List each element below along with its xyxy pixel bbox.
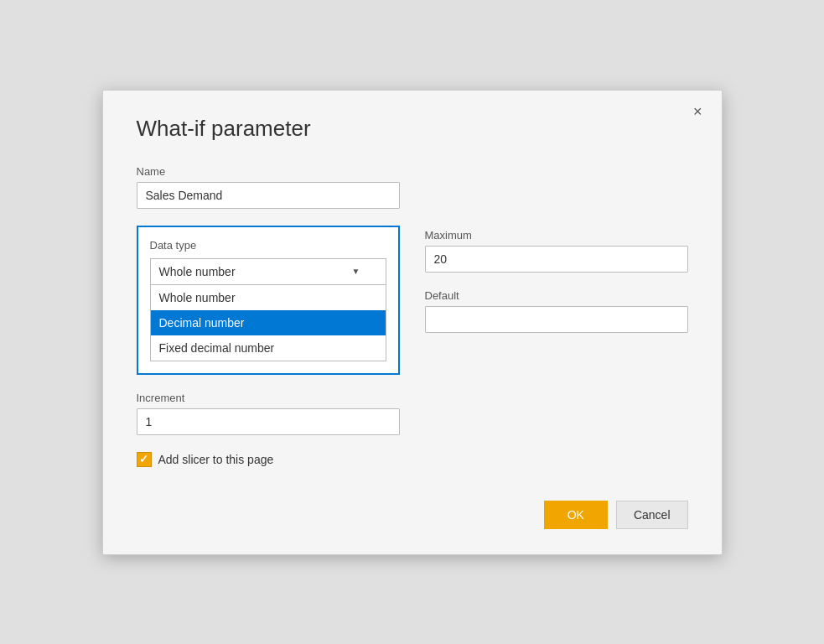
data-type-selected-value: Whole number xyxy=(159,265,236,278)
increment-label: Increment xyxy=(137,392,400,404)
add-slicer-label: Add slicer to this page xyxy=(158,453,274,466)
maximum-input[interactable] xyxy=(425,246,688,273)
add-slicer-checkbox[interactable]: ✓ xyxy=(137,452,152,467)
dialog-title: What-if parameter xyxy=(137,116,688,142)
increment-field-group: Increment xyxy=(137,392,400,435)
add-slicer-row: ✓ Add slicer to this page xyxy=(137,452,400,467)
right-spacer xyxy=(425,165,688,229)
dropdown-arrow-icon: ▼ xyxy=(352,267,360,276)
data-type-select[interactable]: Whole number ▼ xyxy=(150,258,386,285)
data-type-label: Data type xyxy=(150,239,386,252)
close-button[interactable]: × xyxy=(689,102,707,121)
option-fixed-decimal[interactable]: Fixed decimal number xyxy=(151,335,386,361)
dialog-footer: OK Cancel xyxy=(137,501,688,529)
default-label: Default xyxy=(425,289,688,302)
right-column: Maximum Default xyxy=(425,165,688,467)
option-decimal-number[interactable]: Decimal number xyxy=(151,310,386,335)
default-field-group: Default xyxy=(425,289,688,333)
left-column: Name Data type Whole number ▼ Whole numb… xyxy=(137,165,400,467)
name-field-group: Name xyxy=(137,165,400,209)
checkmark-icon: ✓ xyxy=(139,454,148,465)
data-type-dropdown: Whole number Decimal number Fixed decima… xyxy=(150,285,386,361)
dialog: × What-if parameter Name Data type Whole… xyxy=(102,90,723,555)
data-type-section: Data type Whole number ▼ Whole number De… xyxy=(137,226,400,375)
option-whole-number[interactable]: Whole number xyxy=(151,285,386,310)
default-input[interactable] xyxy=(425,306,688,333)
main-form: Name Data type Whole number ▼ Whole numb… xyxy=(137,165,688,467)
data-type-select-wrapper: Whole number ▼ Whole number Decimal numb… xyxy=(150,258,386,361)
name-label: Name xyxy=(137,165,400,178)
increment-input[interactable] xyxy=(137,408,400,435)
ok-button[interactable]: OK xyxy=(544,501,608,529)
maximum-field-group: Maximum xyxy=(425,229,688,273)
maximum-label: Maximum xyxy=(425,229,688,242)
cancel-button[interactable]: Cancel xyxy=(616,501,688,529)
name-input[interactable] xyxy=(137,182,400,209)
